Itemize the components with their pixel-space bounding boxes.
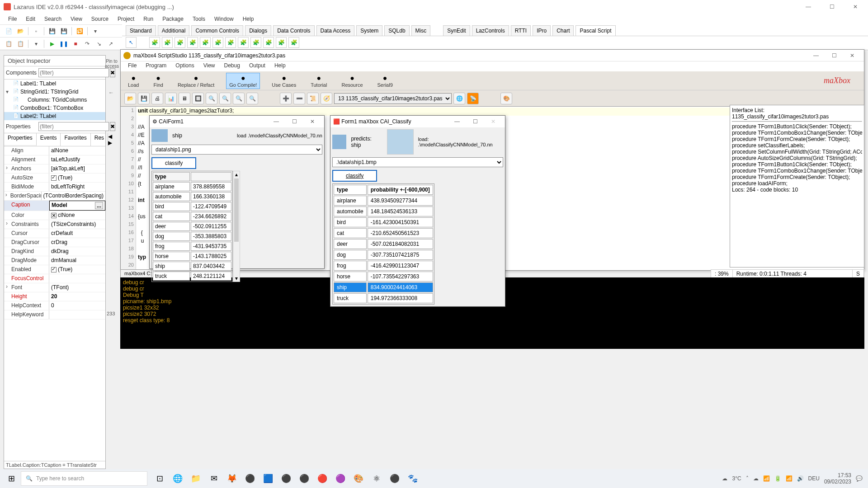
menu-search[interactable]: Search — [40, 15, 66, 23]
minimize-button[interactable]: — — [799, 0, 817, 13]
mx-zoom2-icon[interactable]: 🔍 — [219, 93, 231, 104]
run-icon[interactable]: ▶ — [47, 39, 57, 49]
mx-maximize-button[interactable]: ☐ — [825, 49, 843, 62]
palette-comp-3[interactable]: 🧩 — [175, 37, 185, 48]
prop-row[interactable]: AlignmenttaLeftJustify — [4, 155, 105, 164]
mx-compass-icon[interactable]: 🧭 — [321, 93, 332, 104]
save-icon[interactable]: 💾 — [47, 26, 57, 36]
cai-result-table[interactable]: typeairplane378.8859558automobile166.336… — [151, 171, 233, 282]
table-row[interactable]: frog-416.429901123047 — [334, 261, 433, 271]
prop-row[interactable]: ›BorderSpacing(TControlBorderSpacing) — [4, 192, 105, 201]
mx-tool-go-compile-[interactable]: ●Go Compile! — [226, 73, 260, 89]
palette-comp-12[interactable]: 🧩 — [288, 37, 299, 48]
prop-row[interactable]: HelpKeyword — [4, 310, 105, 319]
palette-selector-icon[interactable]: ↖ — [126, 37, 137, 48]
prop-row[interactable]: DragModedmManual — [4, 256, 105, 265]
prop-row[interactable]: AutoSize(True) — [4, 174, 105, 183]
onedrive-icon[interactable]: ☁ — [753, 475, 759, 482]
toggle-icon[interactable]: 🔁 — [75, 26, 85, 36]
mx-script-icon[interactable]: 📜 — [307, 93, 319, 104]
cai-close-button[interactable]: ✕ — [303, 115, 321, 128]
save-all-icon[interactable]: 💾 — [59, 26, 69, 36]
table-row[interactable]: cat-234.6626892 — [153, 212, 231, 221]
app7-icon[interactable]: 🎨 — [351, 471, 366, 486]
prop-row[interactable]: AlignalNone — [4, 146, 105, 155]
form-view-icon[interactable]: ▾ — [90, 26, 100, 36]
mx-menu-output[interactable]: Output — [245, 61, 270, 71]
app3-icon[interactable]: ⚫ — [278, 471, 294, 486]
menu-package[interactable]: Package — [158, 15, 188, 23]
menu-run[interactable]: Run — [139, 15, 158, 23]
mode-icon[interactable]: ▾ — [31, 39, 41, 49]
tab-chart[interactable]: Chart — [552, 25, 574, 36]
tab-data-controls[interactable]: Data Controls — [273, 25, 314, 36]
wifi-icon[interactable]: 📶 — [786, 475, 793, 482]
tree-item[interactable]: Columns: TGridColumns — [4, 96, 105, 104]
form1-maximize-button[interactable]: ☐ — [466, 115, 484, 128]
maxbox-titlebar[interactable]: maXbox4 ScriptStudio 1135_classify_cifar… — [121, 50, 864, 61]
app8-icon[interactable]: ⚛ — [369, 471, 384, 486]
prop-row[interactable]: ›Constraints(TSizeConstraints) — [4, 220, 105, 229]
palette-comp-1[interactable]: 🧩 — [149, 37, 160, 48]
new-form-icon[interactable]: ▫ — [31, 26, 41, 36]
mx-script-combo[interactable]: 13 1135_classify_cifar10images2tutor3.pa… — [334, 93, 452, 104]
task-view-icon[interactable]: ⊡ — [152, 471, 167, 486]
table-row[interactable]: ship837.0403442 — [153, 262, 231, 271]
mx-tool-load[interactable]: ●Load — [125, 73, 142, 89]
mx-menu-options[interactable]: Options — [171, 61, 198, 71]
cai-classify-button[interactable]: classify — [151, 157, 196, 169]
prop-row[interactable]: CursorcrDefault — [4, 229, 105, 238]
mx-open-icon[interactable]: 📂 — [124, 93, 136, 104]
palette-comp-5[interactable]: 🧩 — [200, 37, 211, 48]
palette-comp-4[interactable]: 🧩 — [187, 37, 198, 48]
table-row[interactable]: frog-431.9453735 — [153, 242, 231, 251]
form1-result-table[interactable]: typeprobability +-[-600,900]airplane438.… — [332, 183, 434, 305]
mx-screen-icon[interactable]: 🖥 — [179, 93, 190, 104]
new-unit-icon[interactable]: 📄 — [4, 26, 14, 36]
step-over-icon[interactable]: ↷ — [82, 39, 92, 49]
tab-favorites[interactable]: Favorites — [61, 133, 90, 146]
component-tree[interactable]: Label1: TLabel▾StringGrid1: TStringGridC… — [4, 79, 105, 120]
mx-tool-serial-[interactable]: ●Serial9 — [375, 73, 396, 89]
menu-file[interactable]: File — [4, 15, 21, 23]
menu-view[interactable]: View — [66, 15, 87, 23]
mx-browser-icon[interactable]: 🔲 — [192, 93, 204, 104]
table-row[interactable]: airplane438.934509277344 — [334, 196, 433, 206]
app2-icon[interactable]: 🟦 — [260, 471, 276, 486]
palette-comp-7[interactable]: 🧩 — [225, 37, 236, 48]
weather-temp[interactable]: 3°C — [732, 475, 741, 482]
mx-tool-use-cases[interactable]: ●Use Cases — [269, 73, 299, 89]
table-row[interactable]: dog-307.735107421875 — [334, 250, 433, 260]
mx-zoom3-icon[interactable]: 🔍 — [233, 93, 245, 104]
mx-zoom-icon[interactable]: 🔍 — [206, 93, 217, 104]
mx-save-icon[interactable]: 💾 — [138, 93, 150, 104]
tab-common-controls[interactable]: Common Controls — [191, 25, 243, 36]
battery-icon[interactable]: 🔋 — [774, 475, 781, 482]
mx-minimize-button[interactable]: — — [807, 49, 825, 62]
palette-comp-2[interactable]: 🧩 — [162, 37, 173, 48]
step-into-icon[interactable]: ↘ — [94, 39, 104, 49]
open-icon[interactable]: 📂 — [15, 26, 25, 36]
table-row[interactable]: bird-122.4709549 — [153, 202, 231, 211]
table-row[interactable]: horse-143.1788025 — [153, 252, 231, 261]
app5-icon[interactable]: 🔴 — [315, 471, 330, 486]
table-row[interactable]: truck194.972366333008 — [334, 293, 433, 303]
weather-icon[interactable]: ☁ — [722, 475, 727, 482]
table-row[interactable]: deer-502.0911255 — [153, 222, 231, 231]
mx-print-icon[interactable]: 🖨 — [151, 93, 163, 104]
tab-standard[interactable]: Standard — [126, 25, 156, 36]
menu-source[interactable]: Source — [87, 15, 113, 23]
mx-menu-file[interactable]: File — [123, 61, 141, 71]
tree-item[interactable]: Label2: TLabel — [4, 112, 105, 120]
properties-filter-input[interactable] — [38, 122, 109, 131]
components-filter-button[interactable]: ✖ — [110, 68, 115, 77]
mx-add-icon[interactable]: ➕ — [280, 93, 292, 104]
prop-row[interactable]: DragKinddkDrag — [4, 247, 105, 256]
tab-properties[interactable]: Properties — [4, 133, 37, 146]
prop-row[interactable]: DragCursorcrDrag — [4, 238, 105, 247]
prop-row[interactable]: CaptionModel... — [4, 201, 105, 211]
explorer-icon[interactable]: 📁 — [188, 471, 203, 486]
volume-icon[interactable]: 🔊 — [797, 475, 804, 482]
mx-zoom4-icon[interactable]: 🔍 — [246, 93, 258, 104]
tab-ipro[interactable]: IPro — [533, 25, 551, 36]
